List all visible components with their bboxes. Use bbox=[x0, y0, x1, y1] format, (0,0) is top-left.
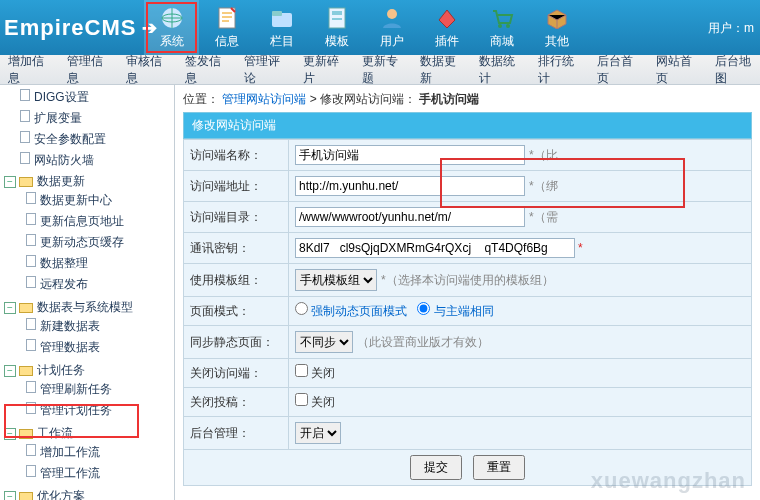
sub-map[interactable]: 后台地图 bbox=[715, 53, 760, 87]
sub-manage-info[interactable]: 管理信息 bbox=[67, 53, 112, 87]
top-bar: EmpireCMS ➔ 系统 信息 栏目 模板 用户 插件 商城 bbox=[0, 0, 760, 55]
main-nav: 系统 信息 栏目 模板 用户 插件 商城 其他 bbox=[144, 0, 584, 55]
radio-force-dynamic[interactable]: 强制动态页面模式 bbox=[295, 304, 407, 318]
label-key: 通讯密钥： bbox=[184, 233, 289, 264]
document-icon bbox=[214, 5, 240, 31]
watermark: xuewangzhan bbox=[591, 468, 746, 494]
cart-icon bbox=[489, 5, 515, 31]
tree-item[interactable]: 管理刷新任务 bbox=[40, 382, 112, 396]
globe-icon bbox=[159, 5, 185, 31]
svg-point-10 bbox=[506, 24, 510, 28]
select-template[interactable]: 手机模板组 bbox=[295, 269, 377, 291]
toggle-icon[interactable] bbox=[4, 302, 16, 314]
label-directory: 访问端目录： bbox=[184, 202, 289, 233]
panel-title: 修改网站访问端 bbox=[183, 112, 752, 139]
user-info: 用户：m bbox=[708, 20, 754, 37]
tree-data-update[interactable]: 数据更新 bbox=[37, 173, 85, 190]
label-close-access: 关闭访问端： bbox=[184, 359, 289, 388]
sub-audit[interactable]: 审核信息 bbox=[126, 53, 171, 87]
checkbox-close-post[interactable]: 关闭 bbox=[295, 395, 335, 409]
sub-site-home[interactable]: 网站首页 bbox=[656, 53, 701, 87]
user-icon bbox=[379, 5, 405, 31]
sidebar: DIGG设置 扩展变量 安全参数配置 网站防火墙 数据更新 数据更新中心 更新信… bbox=[0, 85, 175, 500]
svg-rect-7 bbox=[332, 18, 342, 20]
toggle-icon[interactable] bbox=[4, 491, 16, 501]
nav-info[interactable]: 信息 bbox=[199, 0, 254, 55]
toggle-icon[interactable] bbox=[4, 365, 16, 377]
nav-plugin[interactable]: 插件 bbox=[419, 0, 474, 55]
tree-item[interactable]: 数据整理 bbox=[40, 256, 88, 270]
content-area: 位置： 管理网站访问端 > 修改网站访问端： 手机访问端 修改网站访问端 访问端… bbox=[175, 85, 760, 500]
svg-rect-4 bbox=[272, 11, 282, 16]
tree-item[interactable]: 管理计划任务 bbox=[40, 403, 112, 417]
label-name: 访问端名称： bbox=[184, 140, 289, 171]
submit-button[interactable]: 提交 bbox=[410, 455, 462, 480]
sub-rank[interactable]: 排行统计 bbox=[538, 53, 583, 87]
svg-rect-6 bbox=[332, 11, 342, 15]
input-name[interactable] bbox=[295, 145, 525, 165]
nav-shop[interactable]: 商城 bbox=[474, 0, 529, 55]
sub-admin-home[interactable]: 后台首页 bbox=[597, 53, 642, 87]
sub-sign[interactable]: 签发信息 bbox=[185, 53, 230, 87]
tree-workflow[interactable]: 工作流 bbox=[37, 425, 73, 442]
logo: EmpireCMS ➔ bbox=[4, 15, 144, 41]
svg-point-9 bbox=[498, 24, 502, 28]
sub-stats[interactable]: 数据统计 bbox=[479, 53, 524, 87]
tree-datatable[interactable]: 数据表与系统模型 bbox=[37, 299, 133, 316]
select-admin[interactable]: 开启 bbox=[295, 422, 341, 444]
sub-add-info[interactable]: 增加信息 bbox=[8, 53, 53, 87]
folder-icon bbox=[19, 366, 33, 376]
folder-icon bbox=[19, 492, 33, 501]
sub-fragments[interactable]: 更新碎片 bbox=[303, 53, 348, 87]
label-close-post: 关闭投稿： bbox=[184, 388, 289, 417]
tree-digg[interactable]: DIGG设置 bbox=[34, 90, 89, 104]
reset-button[interactable]: 重置 bbox=[473, 455, 525, 480]
tree-secparam[interactable]: 安全参数配置 bbox=[34, 132, 106, 146]
label-template: 使用模板组： bbox=[184, 264, 289, 297]
label-admin: 后台管理： bbox=[184, 417, 289, 450]
sub-comments[interactable]: 管理评论 bbox=[244, 53, 289, 87]
box-icon bbox=[544, 5, 570, 31]
tree-item[interactable]: 管理数据表 bbox=[40, 340, 100, 354]
tree-item[interactable]: 增加工作流 bbox=[40, 445, 100, 459]
sub-topics[interactable]: 更新专题 bbox=[362, 53, 407, 87]
main-area: DIGG设置 扩展变量 安全参数配置 网站防火墙 数据更新 数据更新中心 更新信… bbox=[0, 85, 760, 500]
tree-item[interactable]: 更新信息页地址 bbox=[40, 214, 124, 228]
input-address[interactable] bbox=[295, 176, 525, 196]
form-table: 访问端名称： *（比 访问端地址： *（绑 访问端目录： *（需 通讯密钥： *… bbox=[183, 139, 752, 486]
nav-template[interactable]: 模板 bbox=[309, 0, 364, 55]
tree-item[interactable]: 数据更新中心 bbox=[40, 193, 112, 207]
tree-optimize[interactable]: 优化方案 bbox=[37, 488, 85, 500]
breadcrumb: 位置： 管理网站访问端 > 修改网站访问端： 手机访问端 bbox=[183, 91, 752, 108]
label-static: 同步静态页面： bbox=[184, 326, 289, 359]
plugin-icon bbox=[434, 5, 460, 31]
folder-icon bbox=[19, 303, 33, 313]
tree-item[interactable]: 新建数据表 bbox=[40, 319, 100, 333]
sub-data-update[interactable]: 数据更新 bbox=[420, 53, 465, 87]
tree-firewall[interactable]: 网站防火墙 bbox=[34, 153, 94, 167]
tree-extvar[interactable]: 扩展变量 bbox=[34, 111, 82, 125]
folder-icon bbox=[19, 429, 33, 439]
input-key[interactable] bbox=[295, 238, 575, 258]
svg-point-8 bbox=[387, 9, 397, 19]
template-icon bbox=[324, 5, 350, 31]
checkbox-close-access[interactable]: 关闭 bbox=[295, 366, 335, 380]
label-address: 访问端地址： bbox=[184, 171, 289, 202]
radio-same-main[interactable]: 与主端相同 bbox=[417, 304, 493, 318]
sub-toolbar: 增加信息 管理信息 审核信息 签发信息 管理评论 更新碎片 更新专题 数据更新 … bbox=[0, 55, 760, 85]
folder-icon bbox=[19, 177, 33, 187]
toggle-icon[interactable] bbox=[4, 428, 16, 440]
nav-user[interactable]: 用户 bbox=[364, 0, 419, 55]
input-directory[interactable] bbox=[295, 207, 525, 227]
folder-icon bbox=[269, 5, 295, 31]
select-static[interactable]: 不同步 bbox=[295, 331, 353, 353]
nav-other[interactable]: 其他 bbox=[529, 0, 584, 55]
nav-category[interactable]: 栏目 bbox=[254, 0, 309, 55]
tree-item[interactable]: 更新动态页缓存 bbox=[40, 235, 124, 249]
bc-link[interactable]: 管理网站访问端 bbox=[222, 92, 306, 106]
nav-system[interactable]: 系统 bbox=[144, 0, 199, 55]
tree-item[interactable]: 管理工作流 bbox=[40, 466, 100, 480]
toggle-icon[interactable] bbox=[4, 176, 16, 188]
tree-cron[interactable]: 计划任务 bbox=[37, 362, 85, 379]
tree-item[interactable]: 远程发布 bbox=[40, 277, 88, 291]
